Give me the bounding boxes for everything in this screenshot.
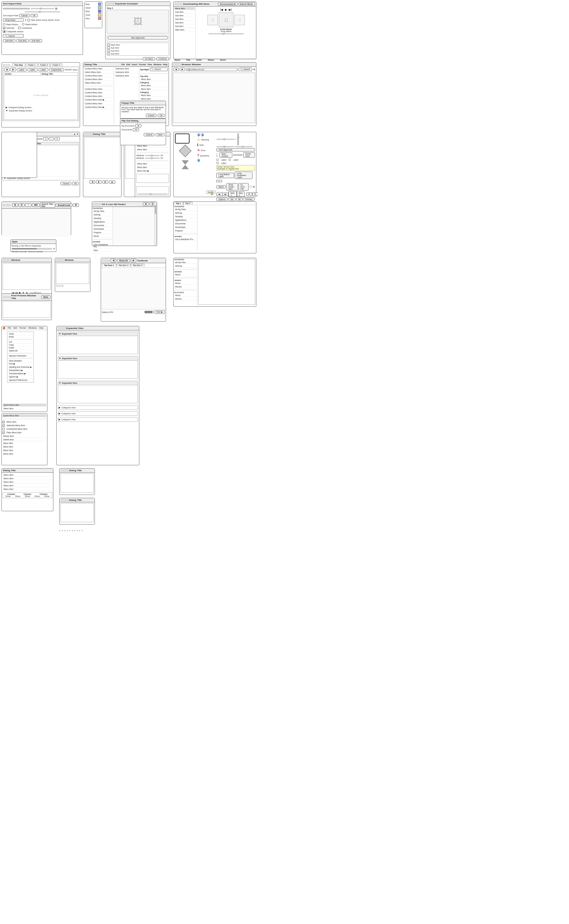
- sm-item10[interactable]: Menu Item: [2, 453, 14, 456]
- ks-check1[interactable]: [108, 44, 110, 46]
- primary-btn[interactable]: Primary: [243, 198, 254, 201]
- f-btn4[interactable]: ⊞⊟: [32, 203, 40, 207]
- if-item6[interactable]: Downloads: [174, 226, 196, 229]
- write-btn[interactable]: Write: [41, 295, 50, 299]
- ok-btn[interactable]: Ok: [31, 14, 38, 17]
- check-unselected[interactable]: [18, 27, 20, 29]
- flip-cancel[interactable]: Cancel: [144, 133, 154, 136]
- dd-speech[interactable]: Speech ▶: [8, 375, 33, 379]
- ks-check4[interactable]: [108, 52, 110, 55]
- color-blue2-swatch[interactable]: [98, 10, 101, 13]
- dd-transforms[interactable]: Transformations ▶: [8, 372, 33, 375]
- dg-item2[interactable]: Menu Item: [3, 477, 52, 480]
- time-settings-icon[interactable]: ⚙: [253, 185, 255, 188]
- dd-start-dict[interactable]: Start Dictation: [8, 359, 33, 362]
- sm-item3[interactable]: Unselected Menu Item: [6, 428, 28, 431]
- browser-forward[interactable]: ▶: [180, 68, 185, 71]
- dialog-cancel[interactable]: Cancel: [61, 182, 71, 185]
- dropdown-btn[interactable]: Drop Down: [3, 18, 24, 22]
- color-silver-swatch[interactable]: [98, 6, 101, 9]
- subitem1[interactable]: Sub Item: [3, 39, 15, 43]
- dd-subs[interactable]: Substitutions ▶: [8, 369, 33, 372]
- sidebar-item-6[interactable]: Sub Item: [174, 25, 195, 28]
- tb-forward[interactable]: ▶: [131, 259, 136, 262]
- sm-item5[interactable]: Allows Item: [2, 435, 47, 438]
- panel-item-4[interactable]: Menu Item: [136, 148, 169, 151]
- menu-file[interactable]: File: [121, 64, 125, 65]
- ev-collapsed1[interactable]: ▶ Collapsed View: [58, 406, 138, 410]
- db1-skip[interactable]: ⏭: [109, 181, 115, 184]
- url-bar[interactable]: http://www.url.com: [186, 68, 237, 71]
- sm-item1[interactable]: Menu Item: [6, 421, 17, 424]
- attr2-slider[interactable]: [145, 158, 160, 159]
- menu-item-4[interactable]: Context Menu Item: [84, 78, 113, 81]
- mb-help[interactable]: Help: [39, 327, 43, 329]
- continue-btn[interactable]: Continue: [157, 57, 169, 61]
- stepper-up[interactable]: ▲: [73, 133, 76, 135]
- sm-check4[interactable]: ✓: [2, 432, 5, 434]
- label-btn2[interactable]: Label: [27, 68, 37, 71]
- seg-btn4[interactable]: Item 2: [237, 191, 245, 197]
- radio1[interactable]: [3, 23, 5, 26]
- set-btn[interactable]: Set: [228, 198, 236, 201]
- mb-format[interactable]: Format: [19, 327, 26, 329]
- menu-help[interactable]: Help: [163, 64, 167, 65]
- sidebar-item-1[interactable]: Menu Item: [174, 7, 195, 10]
- seg-btn2[interactable]: ⏭: [222, 193, 228, 196]
- dd-cut[interactable]: Cut: [8, 340, 33, 343]
- submenu-item-2[interactable]: Submenu Item: [115, 71, 138, 74]
- submenu-item-3[interactable]: Submenu Item: [115, 74, 138, 78]
- all-btn[interactable]: All: [236, 198, 243, 201]
- alarm-btn[interactable]: Alarm: [216, 185, 226, 188]
- sm-item6[interactable]: Delete Item: [2, 438, 47, 441]
- fav-apps[interactable]: Applications: [93, 220, 112, 223]
- ev-section3-header[interactable]: ▼ Expanded View: [58, 381, 137, 385]
- tb-tab2[interactable]: Tab Item 2: [116, 264, 130, 267]
- menu-item-11[interactable]: Context Menu Item ▶: [84, 106, 113, 109]
- dg-item3[interactable]: Menu Item: [3, 481, 52, 484]
- dd-redo[interactable]: Redo: [8, 336, 33, 339]
- f-btn2[interactable]: ⊟: [19, 203, 24, 207]
- ks-check2[interactable]: [108, 47, 110, 49]
- menu-item-7[interactable]: Context Menu Item: [84, 91, 113, 94]
- menu-insert[interactable]: Insert: [132, 64, 137, 65]
- menu-item-3[interactable]: Context Menu Item: [84, 74, 113, 78]
- dd-copy[interactable]: Copy: [8, 343, 33, 346]
- filter-list-btn[interactable]: ≡: [55, 137, 60, 140]
- ev-section2-header[interactable]: ▼ Expanded View: [58, 357, 137, 361]
- sp-item-5[interactable]: Menu Item: [140, 97, 168, 100]
- bm-item1[interactable]: Quick Menu Item: [3, 404, 46, 407]
- fav-allfiles[interactable]: All My Files: [93, 210, 112, 213]
- progress-stop-icon[interactable]: ✕: [53, 248, 55, 250]
- scroll-here-btn[interactable]: Scroll Here: [243, 152, 255, 158]
- sp-item-1[interactable]: Menu Item: [140, 78, 168, 81]
- sm-check2[interactable]: ✓: [2, 424, 5, 427]
- toolbar-btn2[interactable]: ▶: [11, 68, 16, 71]
- sm-check3[interactable]: [2, 428, 5, 430]
- tb-next-btn[interactable]: Next ▶: [154, 310, 165, 314]
- tab-folder3[interactable]: Folder 3: [50, 64, 62, 66]
- is-item1[interactable]: Get a MacBook Pro: [174, 238, 196, 241]
- long-btn1[interactable]: Long Button Label: [216, 173, 234, 178]
- finder2-scrollbar[interactable]: [154, 202, 157, 246]
- slider2[interactable]: [24, 11, 60, 12]
- ks-check3[interactable]: [108, 50, 110, 52]
- dd-special-chars[interactable]: Special Characters: [8, 354, 33, 357]
- sm-item7[interactable]: Menu Item: [2, 442, 14, 445]
- menu-item-8[interactable]: Context Menu Item: [84, 95, 113, 98]
- it2-p2[interactable]: Movies: [174, 298, 196, 301]
- ctrl-slider3[interactable]: [235, 146, 253, 147]
- stepper-down[interactable]: ▼: [76, 133, 79, 135]
- check-selected[interactable]: ✓: [3, 27, 5, 29]
- sm-item2[interactable]: Selected Menu Item: [6, 424, 26, 427]
- tb-back[interactable]: ◀: [111, 259, 116, 262]
- f-btn3[interactable]: ⋮: [25, 203, 31, 207]
- it2-g2[interactable]: Movies: [174, 286, 196, 288]
- keystrokes-btn[interactable]: Keystrokes: [49, 68, 64, 71]
- subitem2[interactable]: Sub Item: [16, 39, 29, 43]
- subitem3[interactable]: Sub Item: [30, 39, 42, 43]
- mb-windows[interactable]: Windows: [29, 327, 37, 329]
- tb-tab1[interactable]: Tab Item 1: [102, 264, 116, 267]
- fav-projects[interactable]: Projects: [93, 231, 112, 234]
- ctrl-slider2[interactable]: [216, 146, 234, 147]
